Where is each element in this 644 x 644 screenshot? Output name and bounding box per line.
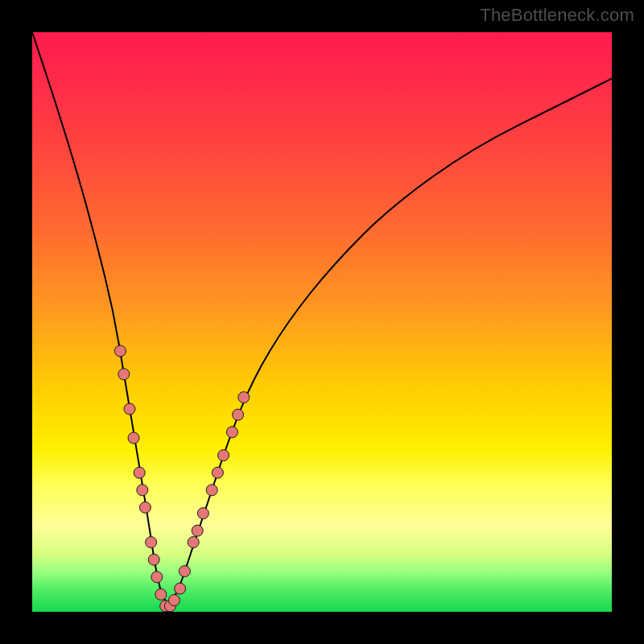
series-marker bbox=[114, 345, 126, 357]
chart-frame: TheBottleneck.com bbox=[0, 0, 644, 644]
series-marker bbox=[168, 595, 180, 606]
series-marker bbox=[175, 583, 186, 594]
series-marker bbox=[179, 566, 190, 577]
series-marker bbox=[124, 403, 135, 415]
series-marker bbox=[128, 432, 139, 444]
series-marker bbox=[218, 450, 229, 461]
marker-group bbox=[114, 345, 249, 612]
series-marker bbox=[148, 554, 159, 565]
series-marker bbox=[212, 467, 223, 478]
bottleneck-curve bbox=[32, 32, 612, 602]
series-marker bbox=[137, 485, 148, 496]
series-marker bbox=[188, 537, 199, 548]
series-marker bbox=[233, 409, 244, 420]
series-marker bbox=[226, 427, 237, 438]
series-marker bbox=[118, 369, 130, 380]
plot-area bbox=[32, 32, 612, 612]
series-marker bbox=[197, 508, 208, 519]
series-marker bbox=[192, 525, 203, 536]
series-marker bbox=[134, 467, 145, 478]
series-marker bbox=[146, 537, 157, 548]
watermark-text: TheBottleneck.com bbox=[480, 5, 634, 26]
series-marker bbox=[155, 588, 167, 600]
series-marker bbox=[206, 485, 217, 496]
series-marker bbox=[139, 502, 151, 513]
series-marker bbox=[151, 572, 163, 583]
series-marker bbox=[238, 392, 250, 403]
chart-svg bbox=[32, 32, 612, 612]
